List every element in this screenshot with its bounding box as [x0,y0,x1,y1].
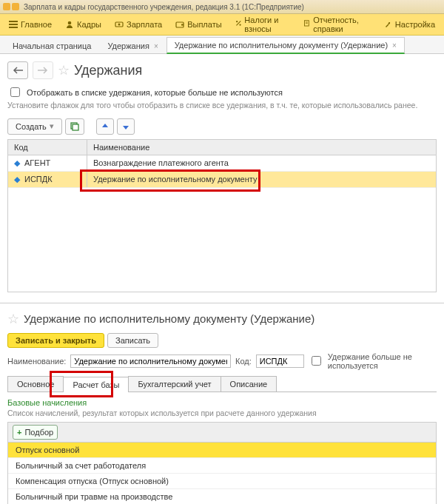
hint-text: Установите флажок для того чтобы отобраз… [7,101,437,111]
window-title: Зарплата и кадры государственного учрежд… [24,3,304,11]
tab-home[interactable]: Начальная страница [4,38,99,53]
tab-label: Удержания [107,41,149,50]
window-titlebar: Зарплата и кадры государственного учрежд… [0,0,444,14]
list-item[interactable]: Больничный за счет работодателя [8,458,436,474]
col-code-header[interactable]: Код [8,140,87,155]
people-icon [65,20,74,29]
button-label: Записать [115,336,150,345]
close-icon[interactable]: × [154,42,158,50]
menu-label: Главное [21,20,52,29]
favorite-star-icon[interactable]: ☆ [58,62,70,78]
cell-name: Вознаграждение платежного агента [87,155,436,171]
move-up-button[interactable] [96,118,114,135]
code-label: Код: [235,357,252,366]
menu-label: Настройка [395,20,435,29]
nav-back-button[interactable] [7,61,28,79]
cell-name: Удержание по исполнительному документу [87,172,436,187]
tab-raschet-bazy[interactable]: Расчет базы [63,377,129,392]
row-icon: ◆ [14,158,20,168]
row-icon: ◆ [14,175,20,184]
copy-button[interactable] [65,118,84,135]
page-document: ☆ Удержание по исполнительному документу… [0,303,444,504]
tab-osnovnoe[interactable]: Основное [7,376,64,392]
deductions-grid: Код Наименование ◆АГЕНТ Вознаграждение п… [7,139,437,292]
noused-checkbox[interactable] [312,356,321,366]
grid-header: Код Наименование [8,140,436,155]
podbor-button[interactable]: + Подбор [13,425,58,440]
table-row[interactable]: ◆ИСПДК Удержание по исполнительному доку… [8,172,436,188]
plus-icon: + [17,428,21,437]
menu-label: Налоги и взносы [244,16,290,33]
svg-rect-15 [73,124,78,130]
tab-label: Начальная страница [13,41,91,50]
list-item[interactable]: Отпуск основной [8,443,436,458]
nav-forward-button[interactable] [33,61,53,79]
wallet-icon [175,20,184,29]
button-label: Создать [16,122,47,131]
window-dot [3,3,10,10]
base-accruals-list: + Подбор Отпуск основной Больничный за с… [7,422,437,504]
document-tabs: Начальная страница Удержания× Удержание … [0,36,444,54]
page-title: Удержания [74,63,142,78]
menu-label: Выплаты [187,20,221,29]
move-down-button[interactable] [117,118,135,135]
menu-zarplata[interactable]: Зарплата [109,17,168,32]
menu-kadry[interactable]: Кадры [59,17,107,32]
cell-code: АГЕНТ [24,158,50,167]
menu-nalogi[interactable]: Налоги и взносы [229,13,297,36]
menu-icon [9,20,18,29]
show-unused-checkbox[interactable] [10,87,20,97]
form-tabs: Основное Расчет базы Бухгалтерский учет … [7,376,437,392]
create-button[interactable]: Создать▾ [7,118,62,135]
svg-point-8 [236,21,238,22]
list-item[interactable]: Больничный при травме на производстве [8,489,436,504]
tab-buh-uchet[interactable]: Бухгалтерский учет [128,376,221,392]
list-item[interactable]: Компенсация отпуска (Отпуск основной) [8,474,436,489]
menu-otchet[interactable]: Отчетность, справки [297,13,375,36]
wrench-icon [383,20,392,29]
report-icon [303,20,310,29]
base-accruals-label: Базовые начисления [7,398,437,407]
base-accruals-hint: Список начислений, результат которых исп… [7,409,437,417]
svg-rect-2 [9,27,18,28]
name-input[interactable] [70,355,231,368]
name-label: Наименование: [7,357,66,366]
svg-rect-7 [181,24,184,26]
menu-label: Кадры [77,20,101,29]
noused-label: Удержание больше не используется [328,352,437,370]
window-dot [12,3,19,10]
svg-point-3 [68,21,72,25]
cell-code: ИСПДК [24,175,53,184]
menu-nastr[interactable]: Настройка [377,17,441,32]
svg-point-5 [118,24,121,26]
save-close-button[interactable]: Записать и закрыть [7,333,104,348]
menu-label: Зарплата [127,20,162,29]
menu-main[interactable]: Главное [3,17,58,32]
button-label: Подбор [24,428,53,437]
form-title: Удержание по исполнительному документу (… [24,312,314,325]
grid-empty-space [8,188,436,292]
svg-point-9 [239,24,240,25]
menu-label: Отчетность, справки [313,16,370,33]
table-row[interactable]: ◆АГЕНТ Вознаграждение платежного агента [8,155,436,172]
main-menu: Главное Кадры Зарплата Выплаты Налоги и … [0,14,444,36]
menu-vyplaty[interactable]: Выплаты [169,17,227,32]
favorite-star-icon[interactable]: ☆ [7,311,19,327]
button-label: Записать и закрыть [16,336,96,345]
col-name-header[interactable]: Наименование [87,140,436,155]
svg-rect-0 [9,21,18,22]
percent-icon [235,20,242,29]
svg-rect-1 [9,24,18,25]
page-uderzhaniya: ☆ Удержания Отображать в списке удержани… [0,54,444,297]
money-icon [115,20,124,29]
tab-opisanie[interactable]: Описание [221,376,278,392]
tab-uderzhaniya[interactable]: Удержания× [99,38,166,53]
tab-label: Удержание по исполнительному документу (… [175,41,388,50]
checkbox-label: Отображать в списке удержания, которые б… [27,88,283,97]
tab-document[interactable]: Удержание по исполнительному документу (… [166,37,405,54]
close-icon[interactable]: × [392,41,397,50]
window-controls [3,3,19,10]
code-input[interactable] [256,355,304,368]
save-button[interactable]: Записать [107,333,158,348]
